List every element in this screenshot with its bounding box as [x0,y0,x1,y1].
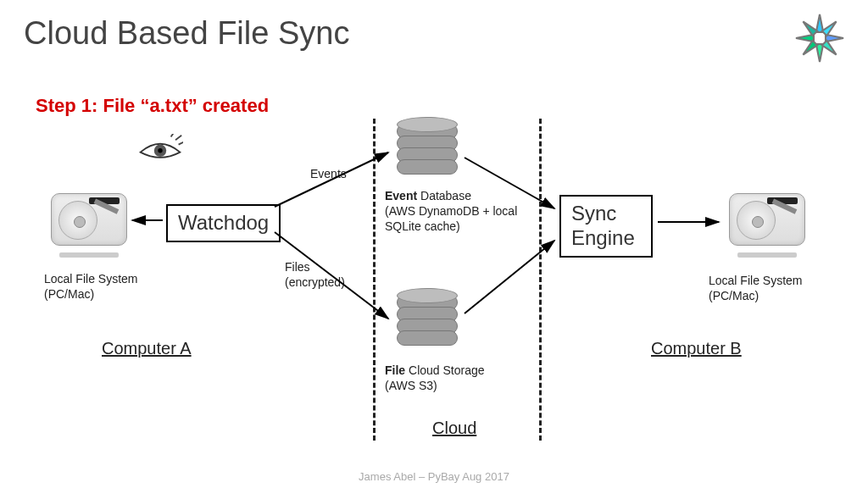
diagram-container: Local File System (PC/Mac) Watchdog Comp… [0,0,868,488]
local-fs-b-label: Local File System (PC/Mac) [709,273,802,303]
local-fs-a-label: Local File System (PC/Mac) [44,271,137,302]
svg-point-9 [158,148,162,152]
eye-icon [137,134,183,163]
watchdog-box: Watchdog [166,204,281,242]
harddrive-icon [729,193,805,252]
database-icon [397,298,458,359]
database-icon [397,127,458,188]
harddrive-icon [51,193,127,252]
file-storage-label: File Cloud Storage (AWS S3) [385,363,529,393]
divider-left [373,119,376,441]
event-db-label: Event Database (AWS DynamoDB + local SQL… [385,188,529,235]
section-computer-a: Computer A [102,339,192,358]
files-label: Files (encrypted) [285,259,345,290]
section-cloud: Cloud [432,419,476,438]
section-computer-b: Computer B [651,339,742,358]
divider-right [539,119,542,441]
events-label: Events [310,166,347,181]
sync-engine-box: Sync Engine [559,195,653,258]
